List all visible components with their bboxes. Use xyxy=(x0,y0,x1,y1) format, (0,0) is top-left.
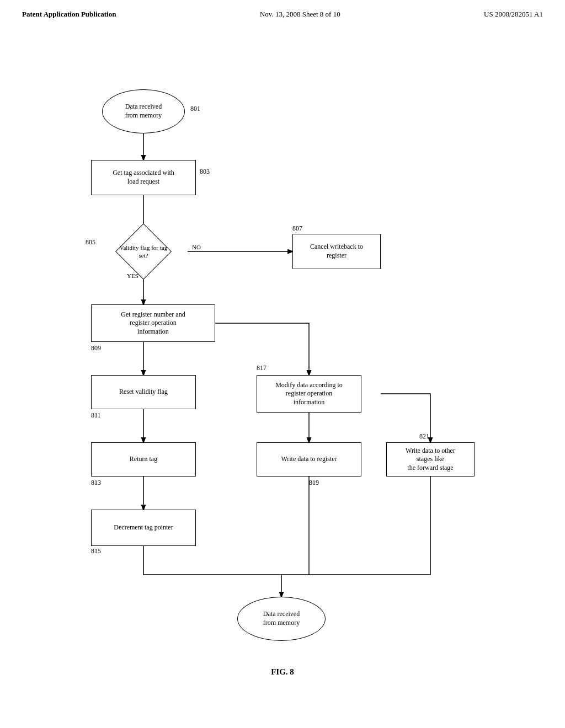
node-811: Reset validity flag xyxy=(91,375,196,409)
label-817: 817 xyxy=(257,364,266,372)
node-809: Get register number and register operati… xyxy=(91,304,215,342)
label-801: 801 xyxy=(190,105,200,113)
label-807: 807 xyxy=(292,224,302,233)
page-header: Patent Application Publication Nov. 13, … xyxy=(0,0,565,23)
label-821: 821 xyxy=(419,432,429,441)
label-811: 811 xyxy=(91,411,101,420)
label-803: 803 xyxy=(200,168,210,176)
node-end: Data received from memory xyxy=(237,597,326,641)
node-817: Modify data according to register operat… xyxy=(257,375,361,413)
header-right: US 2008/282051 A1 xyxy=(484,10,543,19)
label-805: 805 xyxy=(86,238,95,247)
node-803: Get tag associated with load request xyxy=(91,160,196,195)
yes-label: YES xyxy=(127,272,138,279)
diagram-area: Data received from memory 801 Get tag as… xyxy=(0,23,565,690)
node-819: Write data to register xyxy=(257,442,361,477)
header-center: Nov. 13, 2008 Sheet 8 of 10 xyxy=(260,10,340,19)
label-819: 819 xyxy=(309,479,319,487)
node-801: Data received from memory xyxy=(102,89,185,133)
header-left: Patent Application Publication xyxy=(22,10,116,19)
node-813: Return tag xyxy=(91,442,196,477)
node-805-container: Validity flag for tag set? xyxy=(102,232,185,271)
label-809: 809 xyxy=(91,344,101,352)
fig-label: FIG. 8 xyxy=(271,667,294,677)
node-821: Write data to other stages like the forw… xyxy=(386,442,475,477)
no-label: NO xyxy=(192,244,201,250)
label-813: 813 xyxy=(91,479,101,487)
node-815: Decrement tag pointer xyxy=(91,510,196,546)
arrows-svg xyxy=(0,23,565,690)
node-807: Cancel writeback to register xyxy=(292,234,381,269)
label-815: 815 xyxy=(91,547,101,555)
